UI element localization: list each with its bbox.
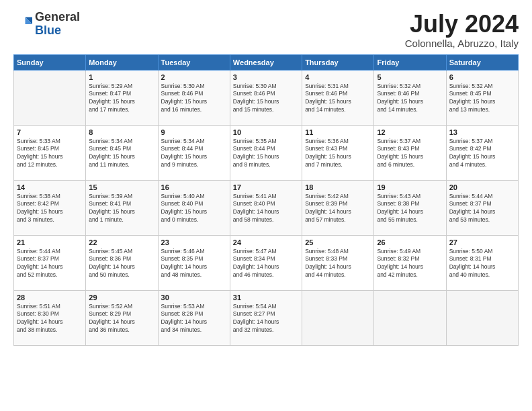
calendar-week-row: 14Sunrise: 5:38 AMSunset: 8:42 PMDayligh… xyxy=(14,180,519,235)
day-number: 29 xyxy=(89,293,154,302)
cell-info: Sunrise: 5:49 AMSunset: 8:32 PMDaylight:… xyxy=(377,248,443,280)
cell-info: Sunrise: 5:38 AMSunset: 8:42 PMDaylight:… xyxy=(17,193,83,225)
cell-info: Sunrise: 5:44 AMSunset: 8:37 PMDaylight:… xyxy=(17,248,83,280)
cell-info: Sunrise: 5:43 AMSunset: 8:38 PMDaylight:… xyxy=(377,193,443,225)
day-number: 15 xyxy=(89,183,154,191)
day-number: 23 xyxy=(161,238,227,246)
day-number: 9 xyxy=(161,128,227,136)
month-title: July 2024 xyxy=(405,11,519,38)
calendar-cell: 8Sunrise: 5:34 AMSunset: 8:45 PMDaylight… xyxy=(86,125,158,180)
col-header-wednesday: Wednesday xyxy=(230,54,302,70)
day-number: 27 xyxy=(449,238,515,246)
calendar-cell: 5Sunrise: 5:32 AMSunset: 8:46 PMDaylight… xyxy=(374,70,446,125)
calendar-cell: 1Sunrise: 5:29 AMSunset: 8:47 PMDaylight… xyxy=(86,70,158,125)
logo-icon xyxy=(13,15,32,34)
cell-info: Sunrise: 5:39 AMSunset: 8:41 PMDaylight:… xyxy=(89,193,154,225)
cell-info: Sunrise: 5:40 AMSunset: 8:40 PMDaylight:… xyxy=(161,193,227,225)
calendar-cell: 2Sunrise: 5:30 AMSunset: 8:46 PMDaylight… xyxy=(158,70,230,125)
calendar-week-row: 28Sunrise: 5:51 AMSunset: 8:30 PMDayligh… xyxy=(14,290,519,345)
calendar-cell: 11Sunrise: 5:36 AMSunset: 8:43 PMDayligh… xyxy=(302,125,374,180)
col-header-friday: Friday xyxy=(374,54,446,70)
calendar-cell: 4Sunrise: 5:31 AMSunset: 8:46 PMDaylight… xyxy=(302,70,374,125)
day-number: 8 xyxy=(89,128,154,136)
calendar-cell xyxy=(302,290,374,345)
calendar-header-row: SundayMondayTuesdayWednesdayThursdayFrid… xyxy=(14,54,519,70)
cell-info: Sunrise: 5:30 AMSunset: 8:46 PMDaylight:… xyxy=(233,83,299,115)
calendar-cell: 9Sunrise: 5:34 AMSunset: 8:44 PMDaylight… xyxy=(158,125,230,180)
calendar-cell: 26Sunrise: 5:49 AMSunset: 8:32 PMDayligh… xyxy=(374,235,446,290)
cell-info: Sunrise: 5:46 AMSunset: 8:35 PMDaylight:… xyxy=(161,248,227,280)
day-number: 11 xyxy=(305,128,371,136)
col-header-sunday: Sunday xyxy=(14,54,86,70)
cell-info: Sunrise: 5:31 AMSunset: 8:46 PMDaylight:… xyxy=(305,83,371,115)
cell-info: Sunrise: 5:30 AMSunset: 8:46 PMDaylight:… xyxy=(161,83,227,115)
cell-info: Sunrise: 5:44 AMSunset: 8:37 PMDaylight:… xyxy=(449,193,515,225)
cell-info: Sunrise: 5:53 AMSunset: 8:28 PMDaylight:… xyxy=(161,303,227,335)
calendar-cell: 19Sunrise: 5:43 AMSunset: 8:38 PMDayligh… xyxy=(374,180,446,235)
day-number: 24 xyxy=(233,238,299,246)
logo-blue-text: Blue xyxy=(35,24,61,37)
day-number: 21 xyxy=(17,238,83,246)
logo: General Blue xyxy=(13,11,80,38)
day-number: 6 xyxy=(449,73,515,81)
cell-info: Sunrise: 5:54 AMSunset: 8:27 PMDaylight:… xyxy=(233,303,299,335)
day-number: 22 xyxy=(89,238,154,246)
day-number: 19 xyxy=(377,183,443,191)
calendar-cell: 12Sunrise: 5:37 AMSunset: 8:43 PMDayligh… xyxy=(374,125,446,180)
day-number: 20 xyxy=(449,183,515,191)
calendar-cell xyxy=(14,70,86,125)
calendar-cell: 30Sunrise: 5:53 AMSunset: 8:28 PMDayligh… xyxy=(158,290,230,345)
calendar-cell: 14Sunrise: 5:38 AMSunset: 8:42 PMDayligh… xyxy=(14,180,86,235)
cell-info: Sunrise: 5:32 AMSunset: 8:46 PMDaylight:… xyxy=(377,83,443,115)
cell-info: Sunrise: 5:48 AMSunset: 8:33 PMDaylight:… xyxy=(305,248,371,280)
col-header-thursday: Thursday xyxy=(302,54,374,70)
cell-info: Sunrise: 5:52 AMSunset: 8:29 PMDaylight:… xyxy=(89,303,154,335)
day-number: 1 xyxy=(89,73,154,81)
day-number: 30 xyxy=(161,293,227,302)
day-number: 28 xyxy=(17,293,83,302)
cell-info: Sunrise: 5:47 AMSunset: 8:34 PMDaylight:… xyxy=(233,248,299,280)
calendar-cell xyxy=(374,290,446,345)
cell-info: Sunrise: 5:34 AMSunset: 8:45 PMDaylight:… xyxy=(89,138,154,170)
calendar-cell: 24Sunrise: 5:47 AMSunset: 8:34 PMDayligh… xyxy=(230,235,302,290)
day-number: 18 xyxy=(305,183,371,191)
calendar-week-row: 21Sunrise: 5:44 AMSunset: 8:37 PMDayligh… xyxy=(14,235,519,290)
header: General Blue July 2024 Colonnella, Abruz… xyxy=(13,11,519,49)
logo-general-text: General xyxy=(35,10,80,24)
calendar-cell: 10Sunrise: 5:35 AMSunset: 8:44 PMDayligh… xyxy=(230,125,302,180)
calendar-cell: 15Sunrise: 5:39 AMSunset: 8:41 PMDayligh… xyxy=(86,180,158,235)
calendar-cell: 18Sunrise: 5:42 AMSunset: 8:39 PMDayligh… xyxy=(302,180,374,235)
calendar-cell: 7Sunrise: 5:33 AMSunset: 8:45 PMDaylight… xyxy=(14,125,86,180)
cell-info: Sunrise: 5:29 AMSunset: 8:47 PMDaylight:… xyxy=(89,83,154,115)
cell-info: Sunrise: 5:45 AMSunset: 8:36 PMDaylight:… xyxy=(89,248,154,280)
calendar-cell: 13Sunrise: 5:37 AMSunset: 8:42 PMDayligh… xyxy=(446,125,518,180)
day-number: 16 xyxy=(161,183,227,191)
cell-info: Sunrise: 5:33 AMSunset: 8:45 PMDaylight:… xyxy=(17,138,83,170)
calendar-week-row: 7Sunrise: 5:33 AMSunset: 8:45 PMDaylight… xyxy=(14,125,519,180)
calendar-cell: 28Sunrise: 5:51 AMSunset: 8:30 PMDayligh… xyxy=(14,290,86,345)
location-subtitle: Colonnella, Abruzzo, Italy xyxy=(405,38,519,49)
day-number: 5 xyxy=(377,73,443,81)
cell-info: Sunrise: 5:41 AMSunset: 8:40 PMDaylight:… xyxy=(233,193,299,225)
calendar-cell: 21Sunrise: 5:44 AMSunset: 8:37 PMDayligh… xyxy=(14,235,86,290)
cell-info: Sunrise: 5:42 AMSunset: 8:39 PMDaylight:… xyxy=(305,193,371,225)
calendar-cell xyxy=(446,290,518,345)
calendar-table: SundayMondayTuesdayWednesdayThursdayFrid… xyxy=(13,54,519,346)
calendar-cell: 20Sunrise: 5:44 AMSunset: 8:37 PMDayligh… xyxy=(446,180,518,235)
calendar-cell: 31Sunrise: 5:54 AMSunset: 8:27 PMDayligh… xyxy=(230,290,302,345)
day-number: 10 xyxy=(233,128,299,136)
calendar-cell: 23Sunrise: 5:46 AMSunset: 8:35 PMDayligh… xyxy=(158,235,230,290)
day-number: 17 xyxy=(233,183,299,191)
cell-info: Sunrise: 5:50 AMSunset: 8:31 PMDaylight:… xyxy=(449,248,515,280)
calendar-cell: 22Sunrise: 5:45 AMSunset: 8:36 PMDayligh… xyxy=(86,235,158,290)
cell-info: Sunrise: 5:34 AMSunset: 8:44 PMDaylight:… xyxy=(161,138,227,170)
cell-info: Sunrise: 5:37 AMSunset: 8:42 PMDaylight:… xyxy=(449,138,515,170)
day-number: 3 xyxy=(233,73,299,81)
cell-info: Sunrise: 5:51 AMSunset: 8:30 PMDaylight:… xyxy=(17,303,83,335)
calendar-cell: 16Sunrise: 5:40 AMSunset: 8:40 PMDayligh… xyxy=(158,180,230,235)
col-header-monday: Monday xyxy=(86,54,158,70)
calendar-cell: 6Sunrise: 5:32 AMSunset: 8:45 PMDaylight… xyxy=(446,70,518,125)
calendar-cell: 17Sunrise: 5:41 AMSunset: 8:40 PMDayligh… xyxy=(230,180,302,235)
day-number: 12 xyxy=(377,128,443,136)
cell-info: Sunrise: 5:32 AMSunset: 8:45 PMDaylight:… xyxy=(449,83,515,115)
